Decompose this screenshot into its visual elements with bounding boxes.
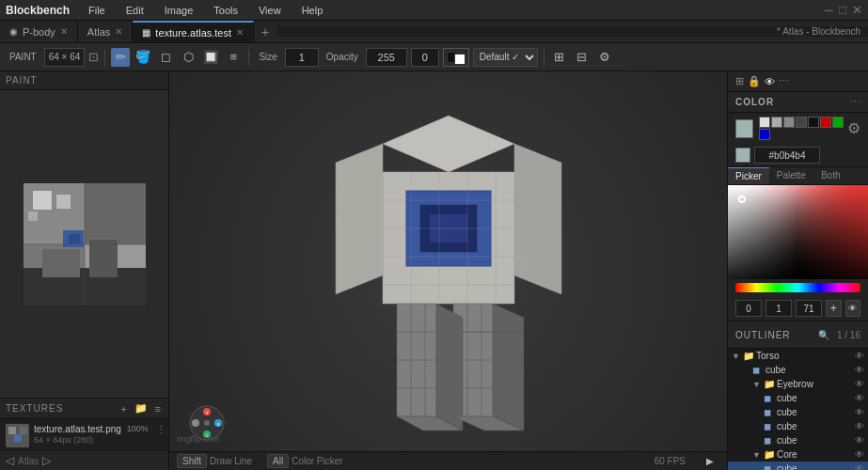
menu-help[interactable]: Help bbox=[296, 3, 329, 18]
tab-add-button[interactable]: + bbox=[254, 24, 276, 39]
window-maximize[interactable]: □ bbox=[839, 3, 846, 17]
color-gradient[interactable] bbox=[728, 185, 868, 279]
torso-cube-item[interactable]: ◼ cube 👁 bbox=[728, 363, 868, 377]
color-swatch-main[interactable] bbox=[443, 48, 469, 67]
tab-atlas[interactable]: Atlas ✕ bbox=[78, 21, 133, 42]
menu-tools[interactable]: Tools bbox=[208, 3, 244, 18]
eyebrow-cube-4[interactable]: ◼ cube 👁 bbox=[728, 433, 868, 447]
erase-tool[interactable]: ◻ bbox=[156, 48, 175, 67]
eyebrow-cube-1[interactable]: ◼ cube 👁 bbox=[728, 391, 868, 405]
color-settings-icon[interactable]: ⚙ bbox=[847, 119, 860, 137]
eyebrow-cube-3[interactable]: ◼ cube 👁 bbox=[728, 419, 868, 433]
offset-input[interactable] bbox=[411, 48, 439, 67]
hue-slider[interactable] bbox=[735, 283, 860, 292]
paint-canvas[interactable] bbox=[24, 183, 146, 306]
menu-image[interactable]: Image bbox=[159, 3, 199, 18]
texture-next-btn[interactable]: ▷ bbox=[42, 454, 51, 467]
menu-file[interactable]: File bbox=[83, 3, 111, 18]
cube-icon-core1: ◼ bbox=[764, 463, 775, 470]
toolbar: PAINT 64 × 64 ⊡ ✏ 🪣 ◻ ⬡ 🔲 ≡ Size Opacity… bbox=[0, 43, 868, 71]
grid-icon[interactable]: ⊞ bbox=[550, 48, 569, 67]
texture-menu-icon[interactable]: ≡ bbox=[153, 403, 163, 415]
color-add-btn[interactable]: + bbox=[826, 300, 842, 317]
color-picker-area[interactable] bbox=[728, 185, 868, 279]
torso-cube-eye[interactable]: 👁 bbox=[855, 365, 864, 375]
eb4-eye[interactable]: 👁 bbox=[855, 435, 864, 446]
s-input[interactable] bbox=[765, 300, 792, 317]
brush-size-input[interactable] bbox=[285, 48, 319, 67]
color-panel-menu[interactable]: ⋯ bbox=[850, 96, 860, 108]
status-all: All Color Picker bbox=[267, 454, 343, 468]
core-arrow: ▼ bbox=[752, 450, 762, 460]
view-icon-dots[interactable]: ⋯ bbox=[779, 75, 789, 87]
group-eyebrow-header[interactable]: ▼ 📁 Eyebrow 👁 bbox=[728, 377, 868, 391]
texture-prev-btn[interactable]: ◁ bbox=[6, 454, 14, 467]
tab-bar: ◉ P-body ✕ Atlas ✕ ▦ texture.atlas.test … bbox=[0, 21, 868, 43]
pencil-tool[interactable]: ✏ bbox=[111, 48, 130, 67]
swatch-mgray[interactable] bbox=[783, 117, 795, 128]
view-icon-grid[interactable]: ⊞ bbox=[735, 75, 744, 87]
paint-canvas-area[interactable] bbox=[0, 90, 168, 398]
group-torso-header[interactable]: ▼ 📁 Torso 👁 bbox=[728, 349, 868, 363]
swatch-green[interactable] bbox=[832, 117, 844, 128]
texture-item-0[interactable]: texture.atlas.test.png 64 × 64px (280) 1… bbox=[0, 421, 168, 449]
group-eyebrow: ▼ 📁 Eyebrow 👁 ◼ cube 👁 bbox=[728, 377, 868, 447]
both-tab[interactable]: Both bbox=[813, 167, 848, 184]
picker-tab[interactable]: Picker bbox=[728, 167, 769, 184]
tab-p-body[interactable]: ◉ P-body ✕ bbox=[0, 21, 78, 42]
texture-item-menu-0[interactable]: ⋮ bbox=[154, 424, 168, 436]
core-eye-icon[interactable]: 👁 bbox=[855, 449, 864, 460]
swatch-blue[interactable] bbox=[759, 129, 770, 140]
swatch-red[interactable] bbox=[820, 117, 831, 128]
core-cube-selected[interactable]: ◼ cube 👁 bbox=[728, 462, 868, 470]
select-tool[interactable]: ⬡ bbox=[179, 48, 197, 67]
preset-select[interactable]: Default ✓ bbox=[473, 48, 538, 67]
menu-view[interactable]: View bbox=[253, 3, 287, 18]
fps-settings-icon[interactable]: ▶ bbox=[701, 452, 719, 471]
hex-color-input[interactable] bbox=[754, 147, 820, 164]
texture-folder-icon[interactable]: 📁 bbox=[133, 402, 150, 415]
viewport[interactable]: Y X Z imgflip.com Shift Draw Line All Co… bbox=[169, 71, 727, 470]
shift-btn[interactable]: Shift bbox=[177, 454, 207, 468]
tab-close-atlas[interactable]: ✕ bbox=[115, 26, 122, 37]
window-minimize[interactable]: ─ bbox=[825, 3, 833, 17]
view-icon-eye[interactable]: 👁 bbox=[765, 76, 775, 87]
v-input[interactable] bbox=[796, 300, 822, 317]
tab-close-p-body[interactable]: ✕ bbox=[60, 26, 68, 37]
swatch-black[interactable] bbox=[808, 117, 819, 128]
window-close[interactable]: ✕ bbox=[852, 3, 862, 17]
svg-rect-5 bbox=[33, 191, 52, 210]
atlas-label: Atlas bbox=[18, 456, 39, 466]
eb1-eye[interactable]: 👁 bbox=[855, 393, 864, 403]
eb2-eye[interactable]: 👁 bbox=[855, 407, 864, 417]
layout-icon[interactable]: ⊟ bbox=[573, 48, 592, 67]
h-input[interactable] bbox=[735, 300, 762, 317]
outliner-search-icon[interactable]: 🔍 bbox=[814, 325, 833, 344]
all-btn[interactable]: All bbox=[267, 454, 289, 468]
outliner-count: 1 / 16 bbox=[837, 330, 860, 340]
swatch-white[interactable] bbox=[759, 117, 770, 128]
palette-tab[interactable]: Palette bbox=[769, 167, 813, 184]
svg-text:Y: Y bbox=[206, 411, 209, 415]
eyebrow-cube-2[interactable]: ◼ cube 👁 bbox=[728, 405, 868, 419]
tab-close-texture[interactable]: ✕ bbox=[236, 27, 244, 38]
settings-icon[interactable]: ⚙ bbox=[595, 48, 614, 67]
svg-point-57 bbox=[204, 420, 210, 426]
tab-texture-atlas[interactable]: ▦ texture.atlas.test ✕ bbox=[133, 21, 254, 42]
eb3-eye[interactable]: 👁 bbox=[855, 421, 864, 431]
core-c1-eye[interactable]: 👁 bbox=[855, 463, 864, 470]
swatch-dgray[interactable] bbox=[796, 117, 807, 128]
more-tool[interactable]: ≡ bbox=[224, 48, 243, 67]
main-color-swatch[interactable] bbox=[735, 119, 753, 138]
color-eye-btn[interactable]: 👁 bbox=[845, 300, 861, 317]
fill-tool[interactable]: 🪣 bbox=[134, 48, 152, 67]
menu-edit[interactable]: Edit bbox=[120, 3, 150, 18]
torso-eye-icon[interactable]: 👁 bbox=[855, 351, 864, 361]
color-picker-tool[interactable]: 🔲 bbox=[201, 48, 220, 67]
opacity-input[interactable] bbox=[366, 48, 407, 67]
eyebrow-eye-icon[interactable]: 👁 bbox=[855, 379, 864, 389]
swatch-lgray[interactable] bbox=[771, 117, 782, 128]
group-core-header[interactable]: ▼ 📁 Core 👁 bbox=[728, 447, 868, 462]
view-icon-lock[interactable]: 🔒 bbox=[748, 75, 761, 87]
texture-add-icon[interactable]: + bbox=[118, 403, 128, 415]
